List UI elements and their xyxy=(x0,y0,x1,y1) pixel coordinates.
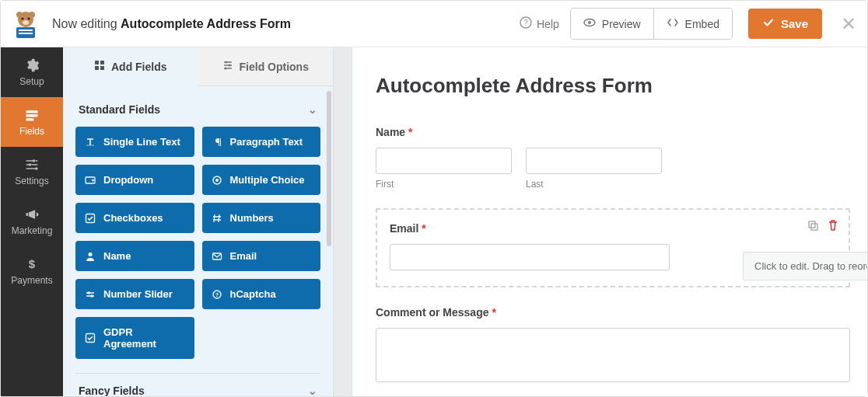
last-sublabel: Last xyxy=(526,179,662,190)
required-mark: * xyxy=(492,306,495,319)
rail-setup[interactable]: Setup xyxy=(1,47,63,97)
chevron-down-icon: ⌄ xyxy=(308,385,317,396)
help-link[interactable]: ? Help xyxy=(520,16,559,31)
form-canvas: Autocomplete Address Form Name * First L… xyxy=(334,47,867,396)
section-standard-fields[interactable]: Standard Fields ⌄ xyxy=(75,92,320,122)
field-name[interactable]: Name xyxy=(75,241,194,271)
rail-payments[interactable]: $ Payments xyxy=(1,246,63,296)
svg-point-3 xyxy=(21,17,23,19)
scrollbar-thumb[interactable] xyxy=(327,91,331,246)
name-field-block[interactable]: Name * First Last xyxy=(376,126,850,190)
svg-point-18 xyxy=(35,167,37,169)
svg-text:?: ? xyxy=(215,292,218,298)
save-button[interactable]: Save xyxy=(748,9,822,39)
trash-icon[interactable] xyxy=(827,219,839,235)
panel-scrollbar[interactable] xyxy=(327,86,331,396)
svg-point-26 xyxy=(224,68,226,70)
form-title: Autocomplete Address Form xyxy=(376,74,853,98)
section-fancy-fields[interactable]: Fancy Fields ⌄ xyxy=(75,374,320,396)
first-name-input[interactable] xyxy=(376,148,512,174)
radio-icon xyxy=(212,175,222,186)
svg-point-2 xyxy=(29,12,35,18)
svg-rect-21 xyxy=(100,61,104,64)
svg-rect-8 xyxy=(19,33,33,34)
embed-button[interactable]: Embed xyxy=(653,9,732,39)
svg-text:$: $ xyxy=(29,257,36,270)
svg-point-17 xyxy=(29,163,31,165)
field-single-line-text[interactable]: Single Line Text xyxy=(75,127,194,157)
sliders-icon xyxy=(24,157,40,172)
close-button[interactable]: ✕ xyxy=(841,15,856,33)
embed-icon xyxy=(667,16,679,31)
svg-point-24 xyxy=(225,61,227,64)
comment-field-block[interactable]: Comment or Message * xyxy=(376,306,850,385)
paragraph-icon xyxy=(212,137,222,148)
svg-point-34 xyxy=(90,294,93,298)
first-sublabel: First xyxy=(376,179,512,190)
field-hcaptcha[interactable]: ?hCaptcha xyxy=(202,279,321,309)
email-field-block[interactable]: Email * Click to edit. Drag to reorder. xyxy=(376,208,850,287)
dollar-icon: $ xyxy=(24,256,40,272)
gear-icon xyxy=(24,57,40,73)
text-icon xyxy=(85,137,96,148)
form-preview: Autocomplete Address Form Name * First L… xyxy=(352,47,867,396)
rail-fields[interactable]: Fields xyxy=(1,97,63,147)
field-number-slider[interactable]: Number Slider xyxy=(75,279,194,309)
form-name[interactable]: Autocomplete Address Form xyxy=(121,17,291,30)
svg-point-16 xyxy=(33,159,35,162)
check-icon xyxy=(762,16,775,31)
svg-point-25 xyxy=(228,64,230,67)
help-icon: ? xyxy=(520,16,532,31)
eye-icon xyxy=(583,16,596,31)
svg-point-4 xyxy=(27,17,30,19)
last-name-input[interactable] xyxy=(526,148,662,174)
app-logo xyxy=(7,5,44,43)
fields-panel: Add Fields Field Options Standard Fields… xyxy=(63,47,334,396)
field-dropdown[interactable]: Dropdown xyxy=(75,165,194,195)
hash-icon xyxy=(212,213,222,224)
svg-point-31 xyxy=(89,252,93,256)
required-mark: * xyxy=(422,222,425,235)
slider-icon xyxy=(85,289,96,300)
mail-icon xyxy=(212,251,222,262)
svg-rect-13 xyxy=(26,110,38,113)
email-input[interactable] xyxy=(390,244,670,270)
email-label: Email * xyxy=(390,222,836,235)
svg-point-1 xyxy=(16,12,23,18)
field-checkboxes[interactable]: Checkboxes xyxy=(75,203,194,233)
dropdown-icon xyxy=(85,175,96,186)
svg-rect-20 xyxy=(95,61,99,64)
svg-point-5 xyxy=(23,20,29,25)
svg-rect-14 xyxy=(26,114,38,117)
duplicate-icon[interactable] xyxy=(807,219,819,235)
required-mark: * xyxy=(408,126,412,138)
field-email[interactable]: Email xyxy=(202,241,321,271)
comment-textarea[interactable] xyxy=(376,328,850,382)
form-icon xyxy=(24,107,40,123)
svg-rect-15 xyxy=(26,118,34,120)
chevron-down-icon: ⌄ xyxy=(308,103,317,116)
field-paragraph-text[interactable]: Paragraph Text xyxy=(202,127,321,157)
tab-add-fields[interactable]: Add Fields xyxy=(63,47,198,86)
svg-rect-7 xyxy=(19,30,33,31)
svg-rect-23 xyxy=(100,66,104,70)
preview-embed-group: Preview Embed xyxy=(570,8,733,40)
check-icon xyxy=(85,333,96,343)
check-icon xyxy=(85,213,96,224)
svg-rect-38 xyxy=(809,221,815,228)
field-multiple-choice[interactable]: Multiple Choice xyxy=(202,165,321,195)
grid-icon xyxy=(94,60,105,73)
sliders-icon xyxy=(222,60,233,73)
preview-button[interactable]: Preview xyxy=(571,9,653,39)
field-numbers[interactable]: Numbers xyxy=(202,203,321,233)
svg-text:?: ? xyxy=(523,19,528,27)
editing-label: Now editing Autocomplete Address Form xyxy=(52,17,291,31)
sidebar-rail: Setup Fields Settings Marketing $ Paymen… xyxy=(1,47,63,396)
svg-rect-22 xyxy=(95,66,99,70)
comment-label: Comment or Message * xyxy=(376,306,850,319)
rail-marketing[interactable]: Marketing xyxy=(1,197,63,246)
tab-field-options[interactable]: Field Options xyxy=(198,47,334,86)
field-gdpr-agreement[interactable]: GDPR Agreement xyxy=(75,317,194,359)
topbar: Now editing Autocomplete Address Form ? … xyxy=(1,1,867,47)
rail-settings[interactable]: Settings xyxy=(1,147,63,197)
